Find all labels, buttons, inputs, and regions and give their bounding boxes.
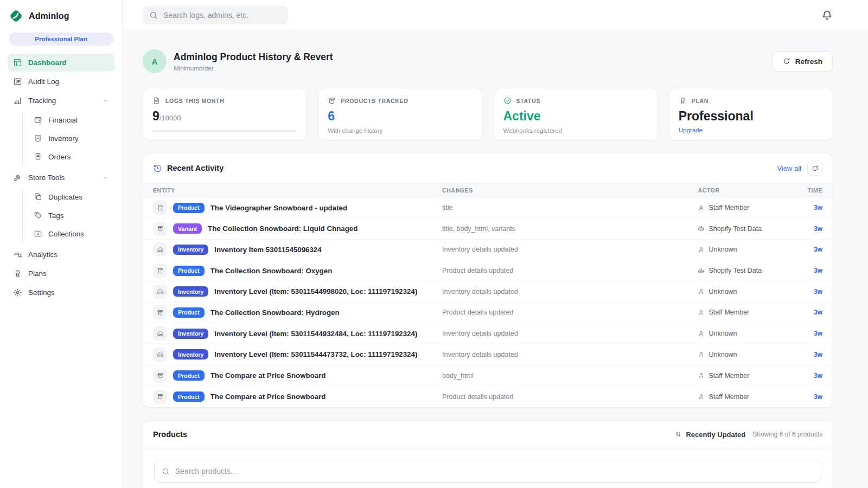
app-logo-icon (9, 9, 23, 23)
topbar (123, 0, 868, 30)
activity-row[interactable]: Product The Videographer Snowboard - upd… (143, 197, 832, 219)
page-header: A Adminlog Product History & Revert Mini… (143, 49, 833, 73)
activity-row[interactable]: Inventory Inventory Level (Item: 5301154… (143, 344, 832, 365)
showing-count: Showing 6 of 6 products (752, 431, 822, 438)
sidebar-item-collections[interactable]: Collections (29, 225, 114, 242)
sidebar-item-label: Duplicates (48, 193, 82, 201)
entity-type-badge: Product (173, 203, 205, 213)
time-cell: 3w (789, 246, 822, 253)
time-cell: 3w (789, 204, 822, 211)
sidebar-item-orders[interactable]: Orders (29, 148, 114, 165)
app-logo-row: Adminlog (8, 7, 114, 23)
warehouse-icon (157, 330, 164, 337)
page-title: Adminlog Product History & Revert (174, 52, 333, 63)
time-cell: 3w (789, 267, 822, 274)
archive-icon (157, 393, 164, 400)
actor-cell: Unknown (698, 246, 789, 253)
sidebar-item-plans[interactable]: Plans (8, 265, 114, 282)
plan-value: Professional (679, 110, 823, 123)
actor-cell: Unknown (698, 288, 789, 296)
sidebar-item-tracking[interactable]: Tracking (8, 92, 114, 110)
upgrade-link[interactable]: Upgrade (679, 127, 823, 133)
main-area: A Adminlog Product History & Revert Mini… (123, 0, 868, 488)
tracking-icon (13, 96, 22, 105)
activity-row[interactable]: Variant The Collection Snowboard: Liquid… (143, 219, 832, 240)
entity-name: The Compare at Price Snowboard (210, 371, 326, 380)
refresh-button[interactable]: Refresh (773, 52, 833, 72)
activity-refresh-button[interactable] (807, 160, 822, 176)
recent-activity-card: Recent Activity View all Entity Changes … (143, 153, 833, 408)
store-name: Minimumorder (174, 65, 333, 72)
logs-progress-bar (152, 130, 297, 132)
wrench-icon (13, 173, 22, 182)
products-search[interactable] (154, 460, 821, 483)
activity-row[interactable]: Inventory Inventory Level (Item: 5301154… (143, 323, 832, 344)
stat-card-logs: LOGS THIS MONTH 9/10000 (143, 88, 307, 140)
stat-card-plan: PLAN Professional Upgrade (669, 88, 833, 140)
chevron-up-icon (102, 174, 109, 181)
changes-cell: Inventory details updated (442, 288, 698, 296)
financial-icon (34, 115, 42, 124)
dashboard-icon (13, 58, 22, 67)
view-all-link[interactable]: View all (777, 164, 801, 172)
sidebar-item-duplicates[interactable]: Duplicates (29, 188, 114, 206)
sort-control[interactable]: Recently Updated (674, 431, 745, 439)
sidebar-item-tags[interactable]: Tags (29, 207, 114, 224)
activity-table-body: Product The Videographer Snowboard - upd… (143, 197, 832, 407)
sidebar-item-settings[interactable]: Settings (8, 284, 114, 301)
actor-cell: Shopify Test Data (698, 267, 789, 274)
sidebar-item-dashboard[interactable]: Dashboard (8, 54, 114, 72)
global-search[interactable] (143, 6, 288, 24)
sidebar-item-inventory[interactable]: Inventory (29, 130, 114, 147)
sidebar-item-label: Tags (48, 211, 64, 220)
activity-row[interactable]: Product The Collection Snowboard: Oxygen… (143, 260, 832, 281)
refresh-icon (783, 57, 790, 65)
orders-icon (34, 152, 42, 161)
changes-cell: title, body_html, variants (442, 225, 698, 233)
person-icon (698, 330, 705, 337)
products-search-input[interactable] (175, 467, 814, 476)
notifications-bell-icon[interactable] (821, 9, 833, 21)
sidebar-item-analytics[interactable]: Analytics (8, 246, 114, 264)
archive-icon (157, 309, 164, 316)
activity-row[interactable]: Inventory Inventory Level (Item: 5301154… (143, 281, 832, 303)
changes-cell: Inventory details updated (442, 246, 698, 253)
warehouse-icon (157, 351, 164, 358)
stat-card-products-tracked: PRODUCTS TRACKED 6 With change history (318, 88, 482, 140)
person-icon (698, 204, 705, 211)
person-icon (698, 351, 705, 358)
sidebar: Adminlog Professional Plan Dashboard Aud… (0, 0, 123, 488)
actor-cell: Unknown (698, 330, 789, 337)
actor-cell: Staff Member (698, 309, 789, 316)
entity-name: Inventory Level (Item: 53011544998020, L… (214, 287, 417, 296)
warehouse-icon (157, 246, 164, 253)
archive-icon (157, 372, 164, 379)
chevron-up-icon (102, 97, 109, 104)
changes-cell: Inventory details updated (442, 351, 698, 358)
sidebar-item-label: Orders (48, 153, 71, 161)
person-icon (698, 393, 705, 400)
changes-cell: Inventory details updated (442, 330, 698, 337)
award-icon (679, 97, 687, 105)
sidebar-item-financial[interactable]: Financial (29, 111, 114, 129)
activity-row[interactable]: Inventory Inventory Item 53011545096324 … (143, 240, 832, 261)
activity-row[interactable]: Product The Compare at Price Snowboard P… (143, 386, 832, 407)
bot-icon (698, 225, 705, 232)
entity-name: Inventory Level (Item: 53011544932484, L… (214, 330, 417, 338)
sidebar-item-audit-log[interactable]: Audit Log (8, 73, 114, 91)
sidebar-item-label: Inventory (48, 134, 79, 143)
activity-row[interactable]: Product The Collection Snowboard: Hydrog… (143, 303, 832, 324)
entity-name: Inventory Level (Item: 53011544473732, L… (214, 350, 417, 358)
actor-cell: Staff Member (698, 393, 789, 401)
folder-icon (34, 229, 42, 238)
sidebar-item-label: Plans (28, 269, 47, 278)
changes-cell: Product details updated (442, 393, 698, 401)
entity-type-badge: Product (173, 266, 205, 276)
global-search-input[interactable] (163, 11, 282, 20)
archive-icon (34, 134, 42, 143)
entity-name: The Collection Snowboard: Oxygen (210, 267, 333, 275)
changes-cell: title (442, 204, 698, 211)
activity-row[interactable]: Product The Compare at Price Snowboard b… (143, 365, 832, 387)
sidebar-item-store-tools[interactable]: Store Tools (8, 169, 114, 187)
time-cell: 3w (789, 393, 822, 401)
